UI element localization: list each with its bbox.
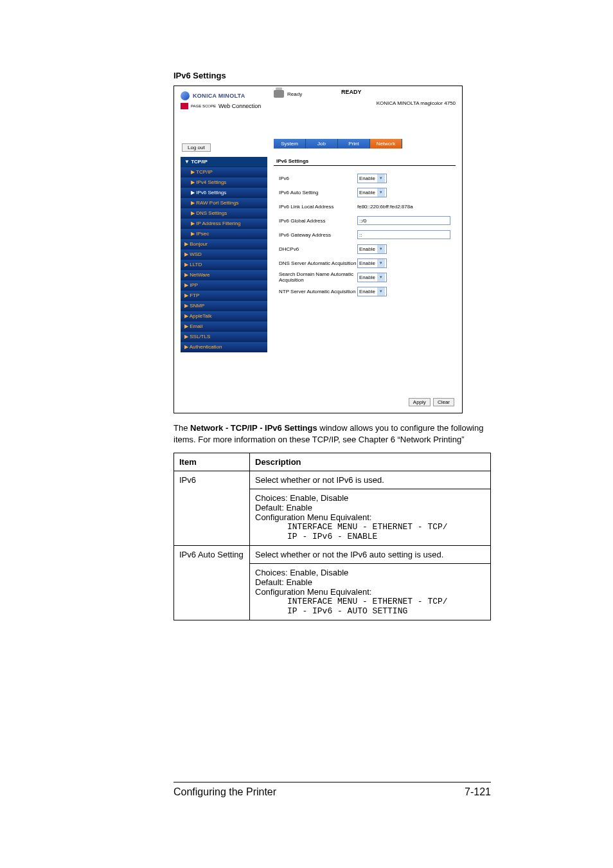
model-label: KONICA MINOLTA magicolor 4750 (377, 100, 456, 106)
label-linklocal: IPv6 Link Local Address (274, 204, 357, 210)
section-heading: IPv6 Settings (173, 71, 491, 80)
chevron-down-icon: ▾ (377, 245, 385, 253)
select-searchdomain[interactable]: Enable▾ (357, 273, 387, 282)
cell-item-ipv6auto: IPv6 Auto Setting (174, 546, 250, 620)
pagescope-badge-icon (181, 103, 188, 109)
tab-job[interactable]: Job (306, 139, 338, 149)
sidebar-item-appletalk[interactable]: ▶ AppleTalk (181, 311, 267, 321)
body-paragraph: The Network - TCP/IP - IPv6 Settings win… (173, 422, 491, 445)
clear-button[interactable]: Clear (433, 398, 454, 406)
cell-desc-ipv6-2: Choices: Enable, Disable Default: Enable… (250, 489, 491, 546)
sidebar-item-ipv6[interactable]: ▶ IPv6 Settings (181, 188, 267, 198)
row-global: IPv6 Global Address ::/0 (274, 213, 456, 228)
label-dnsauto: DNS Server Automatic Acquisition (274, 260, 357, 266)
tab-print[interactable]: Print (338, 139, 370, 149)
cell-desc-ipv6auto-1: Select whether or not the IPv6 auto sett… (250, 546, 491, 564)
select-dhcpv6[interactable]: Enable▾ (357, 244, 387, 254)
apply-button[interactable]: Apply (409, 398, 431, 406)
th-item: Item (174, 453, 250, 471)
tab-network[interactable]: Network (370, 139, 402, 149)
page-footer: Configuring the Printer 7-121 (173, 782, 491, 798)
sidebar-item-wsd[interactable]: ▶ WSD (181, 249, 267, 260)
chevron-down-icon: ▾ (377, 273, 385, 282)
select-dnsauto[interactable]: Enable▾ (357, 258, 387, 268)
form-title: IPv6 Settings (274, 157, 456, 166)
pagescope-small: PAGE SCOPE (191, 104, 216, 108)
row-ipv6-auto: IPv6 Auto Setting Enable▾ (274, 185, 456, 199)
table-row: IPv6 Auto Setting Select whether or not … (174, 546, 491, 564)
tab-system[interactable]: System (274, 139, 306, 149)
select-ipv6-auto[interactable]: Enable▾ (357, 188, 387, 197)
input-gateway[interactable]: :: (357, 230, 450, 239)
label-gateway: IPv6 Gateway Address (274, 232, 357, 238)
screenshot-topbar: KONICA MINOLTA PAGE SCOPE Web Connection (181, 91, 456, 123)
footer-left: Configuring the Printer (173, 786, 276, 798)
screenshot-frame: KONICA MINOLTA PAGE SCOPE Web Connection… (173, 86, 463, 413)
sidebar: ▼ TCP/IP ▶ TCP/IP ▶ IPv4 Settings ▶ IPv6… (181, 157, 267, 352)
label-dhcpv6: DHCPv6 (274, 246, 357, 252)
label-searchdomain: Search Domain Name Automatic Acquisition (274, 271, 357, 283)
row-ipv6: IPv6 Enable▾ (274, 171, 456, 185)
sidebar-item-ipfilter[interactable]: ▶ IP Address Filtering (181, 219, 267, 229)
sidebar-item-snmp[interactable]: ▶ SNMP (181, 301, 267, 311)
label-ntpauto: NTP Server Automatic Acquisition (274, 289, 357, 294)
chevron-down-icon: ▾ (377, 188, 385, 197)
sidebar-item-bonjour[interactable]: ▶ Bonjour (181, 239, 267, 249)
chevron-down-icon: ▾ (377, 174, 385, 183)
form-buttons: Apply Clear (409, 398, 454, 406)
sidebar-head[interactable]: ▼ TCP/IP (181, 157, 267, 167)
sidebar-item-ipsec[interactable]: ▶ IPsec (181, 229, 267, 239)
cell-desc-ipv6-1: Select whether or not IPv6 is used. (250, 471, 491, 489)
pagescope-text: Web Connection (218, 103, 261, 109)
sidebar-item-dns[interactable]: ▶ DNS Settings (181, 208, 267, 219)
value-linklocal: fe80::220:6bff:fed2:878a (357, 204, 413, 210)
sidebar-item-ftp[interactable]: ▶ FTP (181, 291, 267, 301)
input-global[interactable]: ::/0 (357, 216, 450, 225)
sidebar-item-email[interactable]: ▶ Email (181, 321, 267, 332)
label-ipv6: IPv6 (274, 176, 357, 181)
row-dhcpv6: DHCPv6 Enable▾ (274, 242, 456, 256)
cell-item-ipv6: IPv6 (174, 471, 250, 546)
sidebar-item-auth[interactable]: ▶ Authentication (181, 342, 267, 352)
table-row: IPv6 Select whether or not IPv6 is used. (174, 471, 491, 489)
select-ipv6[interactable]: Enable▾ (357, 174, 387, 183)
sidebar-item-ipp[interactable]: ▶ IPP (181, 280, 267, 291)
sidebar-item-rawport[interactable]: ▶ RAW Port Settings (181, 198, 267, 208)
sidebar-item-ssltls[interactable]: ▶ SSL/TLS (181, 332, 267, 342)
row-gateway: IPv6 Gateway Address :: (274, 228, 456, 242)
main-panel: IPv6 Settings IPv6 Enable▾ IPv6 Auto Set… (274, 157, 456, 298)
logout-button[interactable]: Log out (182, 143, 211, 152)
brand-logo-icon (181, 91, 190, 100)
table-head-row: Item Description (174, 453, 491, 471)
chevron-down-icon: ▾ (377, 259, 385, 267)
logout-area: Log out (182, 140, 211, 152)
footer-right: 7-121 (465, 786, 491, 798)
sidebar-item-ipv4[interactable]: ▶ IPv4 Settings (181, 177, 267, 188)
row-ntpauto: NTP Server Automatic Acquisition Enable▾ (274, 284, 456, 298)
th-desc: Description (250, 453, 491, 471)
sidebar-item-lltd[interactable]: ▶ LLTD (181, 260, 267, 270)
brand-text: KONICA MINOLTA (193, 93, 245, 99)
sidebar-item-tcpip[interactable]: ▶ TCP/IP (181, 167, 267, 177)
chevron-down-icon: ▾ (377, 287, 385, 296)
ready-label: READY (341, 89, 362, 95)
status-area: Ready (274, 90, 302, 98)
row-linklocal: IPv6 Link Local Address fe80::220:6bff:f… (274, 199, 456, 213)
label-ipv6-auto: IPv6 Auto Setting (274, 190, 357, 195)
description-table: Item Description IPv6 Select whether or … (173, 453, 491, 620)
sidebar-item-netware[interactable]: ▶ NetWare (181, 270, 267, 280)
label-global: IPv6 Global Address (274, 218, 357, 224)
printer-icon (274, 90, 284, 98)
select-ntpauto[interactable]: Enable▾ (357, 287, 387, 296)
tab-bar: System Job Print Network (274, 139, 402, 149)
cell-desc-ipv6auto-2: Choices: Enable, Disable Default: Enable… (250, 564, 491, 620)
row-dnsauto: DNS Server Automatic Acquisition Enable▾ (274, 256, 456, 270)
status-text: Ready (287, 91, 302, 97)
brand-row: KONICA MINOLTA (181, 91, 456, 100)
row-searchdomain: Search Domain Name Automatic Acquisition… (274, 270, 456, 284)
